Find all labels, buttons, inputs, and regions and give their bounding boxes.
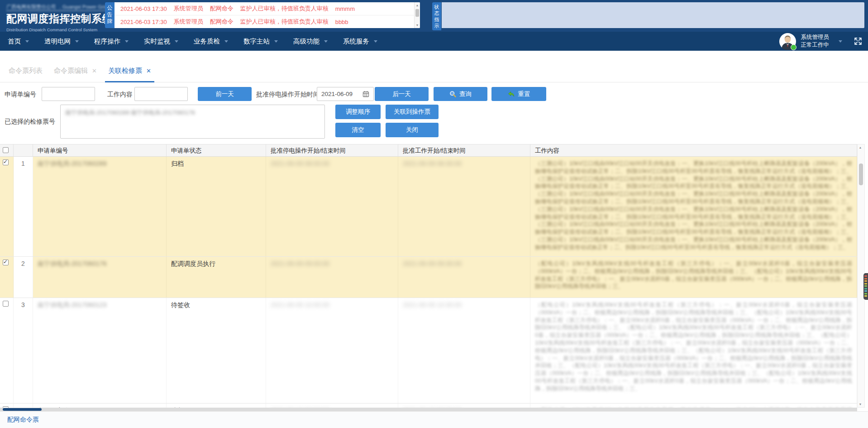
calendar-icon (362, 91, 369, 97)
next-day-button[interactable]: 后一天 (375, 87, 429, 101)
row-select-cell[interactable] (0, 298, 14, 403)
work-content-input[interactable] (134, 87, 188, 101)
chevron-down-icon (374, 40, 377, 43)
select-all-checkbox[interactable] (3, 147, 9, 153)
row-checkbox[interactable] (3, 301, 9, 307)
announcement-item[interactable]: 2021-06-03 17:30系统管理员配网命令监护人已审核，待值班负责人审核… (114, 15, 420, 28)
open-tabs: 命令票列表命令票编辑✕关联检修票✕ (5, 67, 159, 82)
row-select-cell[interactable] (0, 157, 14, 256)
prev-day-button[interactable]: 前一天 (198, 87, 252, 101)
nav-item-label: 透明电网 (44, 37, 71, 46)
announcement-item[interactable]: 2021-06-03 17:30系统管理员配网命令监护人已审核，待值班负责人审核… (114, 2, 420, 15)
scroll-up-icon[interactable]: ▲ (415, 4, 420, 7)
announcement-note: bbbb (335, 19, 348, 25)
scroll-down-icon[interactable]: ▼ (415, 24, 420, 27)
stop-time-redacted: 2021-06-09 08:00:00 (271, 160, 329, 167)
table-row[interactable]: 1南宁供电局-2017060289归档2021-06-09 08:00:0020… (0, 157, 857, 257)
request-no-input[interactable] (42, 87, 95, 101)
table-body: 1南宁供电局-2017060289归档2021-06-09 08:00:0020… (0, 157, 857, 408)
announcement-category: 配网命令 (210, 18, 234, 26)
minimap-stripe (864, 285, 867, 287)
query-button[interactable]: 查询 (434, 87, 487, 101)
announcement-list: 2021-06-03 17:30系统管理员配网命令监护人已审核，待值班负责人审核… (114, 2, 420, 28)
work-time-cell: 2021-06-09 08:30:00 (398, 157, 530, 256)
status-indicator-tab[interactable]: 状态指示 (432, 2, 441, 30)
row-checkbox[interactable] (3, 159, 9, 165)
row-checkbox[interactable] (3, 260, 9, 265)
work-time-redacted: 2021-06-09 10:30:00 (403, 301, 462, 308)
table-row[interactable]: 2南宁供电局-2017060176配调调度员执行2021-06-09 09:00… (0, 257, 857, 298)
row-number-cell: 4 (14, 404, 33, 408)
column-header-5: 批准停电操作开始/结束时间 (266, 144, 398, 156)
table-row[interactable]: 4宝阳供电公司-2017060027编制2021-06-10 09:00:002… (0, 404, 857, 408)
scrollbar-thumb[interactable] (415, 9, 419, 17)
row-select-cell[interactable] (0, 404, 14, 408)
close-icon[interactable]: ✕ (92, 67, 97, 74)
announcement-time: 2021-06-03 17:30 (120, 5, 167, 12)
table-row[interactable]: 3南宁供电局-2017060123待签收2021-06-09 10:00:002… (0, 298, 857, 404)
tab-3[interactable]: 关联检修票✕ (105, 67, 154, 82)
nav-item-1[interactable]: 首页 (8, 37, 29, 46)
nav-item-2[interactable]: 透明电网 (44, 37, 79, 46)
stop-time-redacted: 2021-06-09 10:00:00 (271, 301, 329, 308)
ticket-number-cell: 南宁供电局-2017060123 (33, 298, 167, 403)
scrollbar-thumb[interactable] (859, 164, 863, 185)
chevron-down-icon (175, 40, 178, 43)
nav-item-3[interactable]: 程序操作 (94, 37, 129, 46)
fullscreen-icon (854, 37, 863, 46)
close-icon[interactable]: ✕ (146, 67, 151, 74)
work-content-cell: （配电公司）10kV东风线00kV支线00号杆改造工程（第三方停电）：一、新立0… (530, 404, 857, 408)
close-button[interactable]: 关闭 (386, 123, 439, 137)
user-info: 系统管理员 正常工作中 (801, 34, 830, 49)
edge-minimap-widget[interactable] (863, 273, 868, 300)
scroll-up-icon[interactable]: ▲ (858, 146, 863, 149)
nav-item-8[interactable]: 系统服务 (343, 37, 377, 46)
main-navbar: 首页透明电网程序操作实时监视业务质检数字主站高级功能系统服务 系统管理员 正常工… (0, 32, 868, 51)
horizontal-scrollbar-thumb[interactable] (3, 408, 42, 411)
announcement-scrollbar[interactable]: ▲ ▼ (414, 2, 420, 28)
stop-time-cell: 2021-06-09 08:00:00 (266, 157, 398, 256)
reset-button[interactable]: 重置 (491, 87, 546, 101)
nav-item-label: 实时监视 (144, 37, 170, 46)
nav-item-5[interactable]: 业务质检 (194, 37, 228, 46)
adjust-order-button[interactable]: 调整顺序 (335, 105, 381, 119)
nav-item-4[interactable]: 实时监视 (144, 37, 178, 46)
ticket-number-cell: 南宁供电局-2017060176 (33, 257, 167, 298)
tab-label: 关联检修票 (108, 67, 142, 75)
nav-item-6[interactable]: 数字主站 (243, 37, 278, 46)
nav-item-label: 高级功能 (293, 37, 320, 46)
user-status: 正常工作中 (801, 41, 830, 49)
online-status-dot (791, 44, 796, 50)
date-picker[interactable]: 2021-06-09 (317, 87, 374, 101)
scroll-down-icon[interactable]: ▼ (858, 403, 863, 406)
work-content-cell: （配电公司）10kV东风线00kV支线00号杆改造工程（第三方停电）：一、新立0… (530, 257, 857, 298)
ticket-number: 南宁供电局-2017060176 (38, 260, 107, 267)
selected-tickets-label: 已选择的检修票号 (5, 118, 55, 126)
work-time-cell: 2021-06-09 09:30:00 (398, 257, 530, 298)
tab-2[interactable]: 命令票编辑✕ (51, 67, 100, 82)
column-header-1 (0, 144, 14, 156)
ticket-number: 南宁供电局-2017060123 (38, 301, 107, 308)
status-cell: 归档 (167, 157, 266, 256)
tab-1[interactable]: 命令票列表 (5, 67, 46, 82)
table-horizontal-scrollbar[interactable] (0, 408, 857, 411)
clear-button[interactable]: 清空 (335, 123, 381, 137)
work-time-redacted: 2021-06-09 08:30:00 (403, 160, 462, 167)
chevron-down-icon[interactable] (839, 40, 842, 43)
column-header-7: 工作内容 (530, 144, 857, 156)
nav-item-7[interactable]: 高级功能 (293, 37, 328, 46)
taskbar-item-dispatch-command-ticket[interactable]: 配网命令票 (7, 416, 39, 424)
column-header-6: 批准工作开始/结束时间 (398, 144, 530, 156)
brand-block: 广西电网有限责任公司 ．Guangxi Power Grid 配网调度指挥控制系… (6, 2, 106, 32)
fullscreen-button[interactable] (854, 37, 863, 46)
row-number-cell: 2 (14, 257, 33, 298)
column-header-2 (14, 144, 33, 156)
selected-tickets-value-redacted: 南宁供电局-2017060289 南宁供电局-2017060176 (65, 109, 195, 116)
row-select-cell[interactable] (0, 257, 14, 298)
user-area[interactable]: 系统管理员 正常工作中 (779, 32, 863, 51)
work-content-cell: （配电公司）10kV东风线00kV支线00号杆改造工程（第三方停电）：一、新立0… (530, 298, 857, 403)
announcement-board-tab[interactable]: 公告牌 (105, 2, 114, 28)
selected-tickets-textarea[interactable]: 南宁供电局-2017060289 南宁供电局-2017060176 (60, 105, 325, 139)
link-to-operation-ticket-button[interactable]: 关联到操作票 (386, 105, 439, 119)
ticket-number-cell: 南宁供电局-2017060289 (33, 157, 167, 256)
